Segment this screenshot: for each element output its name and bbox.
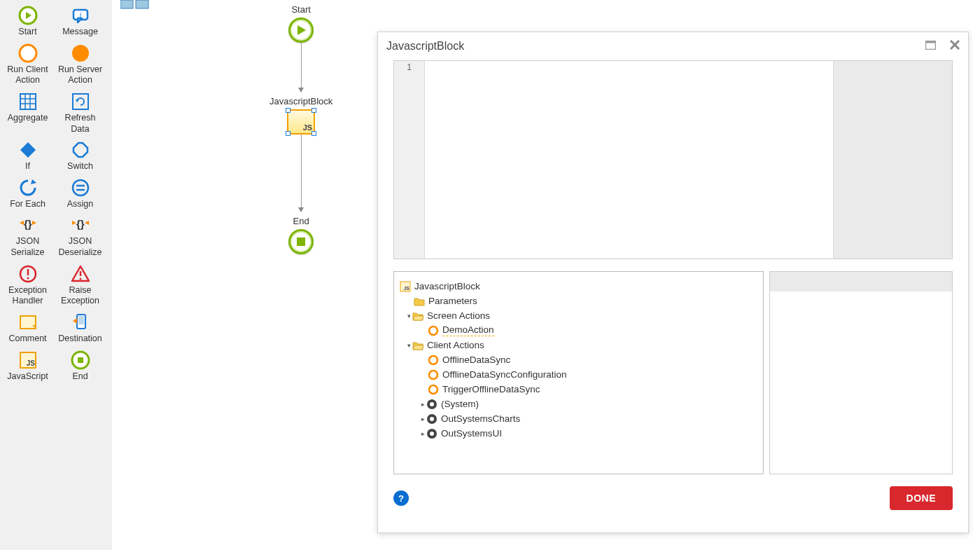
- aggregate-icon: [18, 92, 38, 111]
- run-server-icon: [71, 43, 90, 63]
- tool-start[interactable]: Start: [1, 3, 54, 41]
- tool-label: Run Client Action: [3, 64, 52, 86]
- code-minimap[interactable]: [833, 61, 952, 259]
- done-button[interactable]: DONE: [890, 486, 953, 510]
- tool-end[interactable]: End: [54, 348, 106, 385]
- tree-label: OutSystemsUI: [441, 428, 502, 439]
- node-start[interactable]: [288, 18, 314, 43]
- svg-point-60: [430, 432, 434, 436]
- tree-item-offlinedatasync[interactable]: OfflineDataSync: [400, 352, 757, 367]
- help-button[interactable]: ?: [393, 490, 409, 506]
- chevron-right-icon[interactable]: ▸: [419, 430, 426, 437]
- tool-label: If: [25, 161, 30, 172]
- tool-message[interactable]: i Message: [54, 3, 106, 41]
- node-javascript-block[interactable]: JS: [287, 109, 315, 135]
- action-ring-icon: [428, 325, 439, 336]
- flow-graph: Start JavascriptBlock JS End: [270, 4, 332, 254]
- tool-label: Comment: [8, 334, 46, 345]
- svg-marker-22: [32, 221, 36, 225]
- tree-label: Client Actions: [427, 340, 484, 350]
- tool-refresh-data[interactable]: Refresh Data: [54, 89, 106, 137]
- node-end[interactable]: [288, 229, 314, 254]
- code-gutter: 1: [394, 61, 425, 259]
- tool-destination[interactable]: Destination: [54, 310, 106, 348]
- tree-item-triggerofflinedatasync[interactable]: TriggerOfflineDataSync: [400, 382, 757, 397]
- tree-root[interactable]: JS JavascriptBlock: [400, 279, 757, 294]
- svg-marker-25: [85, 221, 89, 225]
- action-ring-icon: [428, 369, 439, 380]
- close-icon[interactable]: [950, 40, 960, 53]
- raise-exception-icon: [71, 264, 90, 284]
- svg-point-28: [27, 277, 29, 279]
- tool-javascript[interactable]: JS JavaScript: [1, 348, 54, 385]
- line-number: 1: [394, 61, 424, 74]
- svg-rect-40: [78, 357, 83, 363]
- svg-marker-36: [73, 318, 77, 324]
- node-end-label: End: [293, 216, 309, 226]
- svg-marker-21: [20, 221, 24, 225]
- tree-label: TriggerOfflineDataSync: [442, 384, 540, 394]
- tool-if[interactable]: If: [1, 137, 54, 175]
- maximize-icon[interactable]: [925, 40, 936, 53]
- end-icon: [71, 350, 90, 370]
- tree-item-outsystemscharts[interactable]: ▸ OutSystemsCharts: [400, 411, 757, 426]
- tool-assign[interactable]: Assign: [54, 175, 106, 213]
- action-ring-icon: [428, 384, 439, 395]
- tree-item-outsystemsui[interactable]: ▸ OutSystemsUI: [400, 426, 757, 441]
- tool-label: Raise Exception: [55, 285, 105, 307]
- chevron-right-icon[interactable]: ▸: [419, 401, 426, 408]
- svg-point-52: [429, 356, 438, 364]
- chevron-right-icon[interactable]: ▸: [419, 415, 426, 422]
- tool-json-deserialize[interactable]: {} JSON Deserialize: [54, 212, 106, 261]
- canvas-toolbar-icons[interactable]: [120, 0, 151, 10]
- tool-run-server-action[interactable]: Run Server Action: [54, 41, 106, 89]
- svg-rect-44: [297, 238, 305, 246]
- svg-marker-13: [76, 99, 79, 102]
- tree-parameters[interactable]: Parameters: [400, 294, 757, 308]
- tool-for-each[interactable]: For Each: [1, 175, 54, 213]
- tree-screen-actions[interactable]: ▾ Screen Actions: [400, 308, 757, 323]
- message-icon: i: [71, 6, 90, 25]
- tool-label: JSON Deserialize: [55, 236, 105, 258]
- tool-label: Refresh Data: [55, 113, 105, 135]
- tool-raise-exception[interactable]: Raise Exception: [54, 261, 106, 310]
- tree-label: Parameters: [428, 296, 477, 306]
- assign-icon: [71, 178, 90, 198]
- tree-item-demoaction[interactable]: DemoAction: [400, 323, 757, 338]
- json-serialize-icon: {}: [18, 215, 38, 235]
- tool-label: Exception Handler: [3, 285, 52, 307]
- tool-exception-handler[interactable]: Exception Handler: [1, 261, 54, 310]
- module-icon: [426, 413, 438, 425]
- chevron-down-icon[interactable]: ▾: [405, 312, 412, 319]
- svg-point-6: [72, 45, 89, 62]
- flow-arrow: [301, 135, 302, 212]
- tool-label: Aggregate: [8, 113, 48, 124]
- tool-json-serialize[interactable]: {} JSON Serialize: [1, 212, 54, 261]
- folder-open-icon: [412, 340, 424, 351]
- tool-aggregate[interactable]: Aggregate: [1, 89, 54, 137]
- module-icon: [426, 428, 438, 439]
- foreach-icon: [18, 178, 38, 198]
- dialog-title: JavascriptBlock: [386, 40, 464, 53]
- scope-tree[interactable]: JS JavascriptBlock Parameters ▾ Screen A…: [393, 271, 764, 474]
- javascript-icon: JS: [400, 281, 411, 292]
- tree-client-actions[interactable]: ▾ Client Actions: [400, 338, 757, 352]
- tool-comment[interactable]: Comment: [1, 310, 54, 348]
- tool-label: Destination: [58, 334, 102, 345]
- javascript-editor-dialog: JavascriptBlock 1 JS JavascriptBlock: [377, 32, 969, 533]
- svg-text:{}: {}: [24, 218, 32, 230]
- code-editor[interactable]: 1: [393, 60, 953, 259]
- toolbox: Start i Message Run Client Action Run Se…: [0, 0, 112, 550]
- tool-label: Switch: [67, 161, 93, 172]
- properties-header: [770, 272, 952, 291]
- tool-switch[interactable]: Switch: [54, 137, 106, 175]
- tree-item-offlinedatasyncconfiguration[interactable]: OfflineDataSyncConfiguration: [400, 367, 757, 382]
- folder-icon: [414, 296, 425, 307]
- chevron-down-icon[interactable]: ▾: [405, 342, 412, 349]
- code-text-area[interactable]: [425, 61, 833, 259]
- canvas-toolbar: [120, 0, 151, 10]
- refresh-icon: [71, 92, 90, 111]
- tree-item-system[interactable]: ▸ (System): [400, 397, 757, 411]
- tool-run-client-action[interactable]: Run Client Action: [1, 41, 54, 89]
- action-ring-icon: [428, 355, 439, 366]
